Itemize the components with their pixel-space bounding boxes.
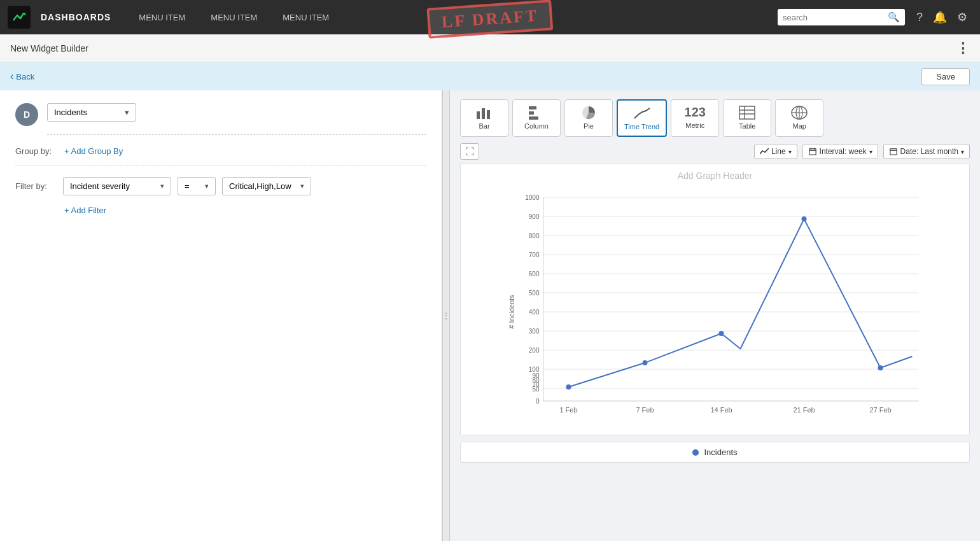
date-label: Date: Last month: [900, 147, 958, 156]
legend-dot: [692, 449, 699, 456]
search-icon: 🔍: [888, 11, 900, 23]
line-icon: [760, 148, 769, 155]
filter-values-value: Critical,High,Low: [229, 181, 291, 191]
svg-text:# Incidents: # Incidents: [508, 295, 515, 329]
filter-field-chevron-icon: ▾: [160, 182, 164, 190]
filter-values-select[interactable]: Critical,High,Low ▾: [222, 177, 311, 195]
svg-text:900: 900: [529, 213, 540, 220]
nav-menu-item-3[interactable]: MENU ITEM: [270, 0, 342, 34]
left-panel: D Incidents ▾ Group by: + Add Group By F…: [0, 90, 442, 541]
data-point-4: [802, 216, 807, 221]
line-dropdown[interactable]: Line ▾: [754, 144, 797, 159]
datasource-select[interactable]: Incidents ▾: [47, 103, 136, 122]
search-input[interactable]: [783, 13, 884, 22]
date-dropdown[interactable]: Date: Last month ▾: [883, 144, 970, 159]
data-point-5: [878, 365, 883, 370]
svg-text:400: 400: [529, 309, 540, 316]
top-nav: DASHBOARDS MENU ITEM MENU ITEM MENU ITEM…: [0, 0, 980, 34]
svg-text:7 Feb: 7 Feb: [636, 406, 654, 414]
back-button[interactable]: ‹ Back: [10, 71, 34, 82]
save-button[interactable]: Save: [921, 68, 970, 85]
more-options-icon[interactable]: ⋮: [956, 40, 970, 57]
svg-rect-3: [487, 110, 490, 119]
table-chart-icon: [738, 105, 756, 120]
chart-type-time-trend[interactable]: Time Trend: [617, 99, 667, 137]
time-trend-chart-icon: [633, 106, 651, 121]
back-arrow-icon: ‹: [10, 71, 13, 82]
chart-type-metric[interactable]: 123 Metric: [671, 99, 719, 137]
add-filter-row: + Add Filter: [64, 206, 426, 215]
svg-rect-2: [482, 108, 485, 119]
pie-label: Pie: [584, 122, 594, 130]
svg-text:500: 500: [529, 290, 540, 297]
chart-type-map[interactable]: Map: [775, 99, 823, 137]
chart-container: Add Graph Header # Incidents: [460, 164, 970, 435]
sub-header: New Widget Builder ⋮: [0, 34, 980, 62]
chart-line: [569, 219, 913, 387]
svg-text:300: 300: [529, 328, 540, 335]
nav-menu-item-1[interactable]: MENU ITEM: [126, 0, 198, 34]
resizer[interactable]: ⋮: [442, 90, 450, 541]
column-chart-icon: [528, 105, 545, 120]
map-label: Map: [793, 122, 806, 130]
draft-stamp: LF DRAFT: [426, 0, 553, 39]
interval-label: Interval: week: [820, 147, 867, 156]
right-panel: Bar Column Pie Time Trend 123 Metric Tab…: [450, 90, 980, 541]
bar-chart-icon: [475, 105, 493, 120]
filter-by-label: Filter by:: [15, 181, 57, 191]
svg-text:27 Feb: 27 Feb: [869, 406, 891, 414]
column-label: Column: [524, 122, 549, 130]
svg-text:1000: 1000: [525, 194, 540, 201]
bell-icon[interactable]: 🔔: [928, 10, 952, 24]
graph-header-placeholder[interactable]: Add Graph Header: [468, 171, 962, 181]
chart-type-column[interactable]: Column: [512, 99, 561, 137]
filter-field-value: Incident severity: [70, 181, 130, 191]
legend-bar: Incidents: [460, 442, 970, 463]
chart-toolbar: ⛶ Line ▾ Interval: week ▾ Date: Last mon…: [460, 143, 970, 160]
group-by-label: Group by:: [15, 146, 57, 156]
chart-type-pie[interactable]: Pie: [564, 99, 613, 137]
group-by-row: Group by: + Add Group By: [15, 146, 426, 165]
brand-label: DASHBOARDS: [41, 12, 111, 22]
help-icon[interactable]: ?: [911, 11, 928, 24]
svg-text:1 Feb: 1 Feb: [559, 406, 577, 414]
filter-operator-select[interactable]: = ▾: [178, 177, 216, 195]
chart-type-table[interactable]: Table: [723, 99, 771, 137]
add-filter-link[interactable]: + Add Filter: [64, 206, 106, 215]
bar-label: Bar: [479, 122, 489, 130]
line-label: Line: [771, 147, 786, 156]
filter-operator-value: =: [185, 181, 190, 191]
svg-rect-1: [477, 111, 480, 119]
interval-dropdown[interactable]: Interval: week ▾: [802, 144, 878, 159]
back-bar: ‹ Back Save: [0, 62, 980, 90]
calendar-icon: [808, 148, 817, 155]
nav-menu-item-2[interactable]: MENU ITEM: [198, 0, 270, 34]
filter-operator-chevron-icon: ▾: [205, 182, 209, 190]
add-group-by-link[interactable]: + Add Group By: [64, 146, 123, 156]
svg-rect-5: [529, 111, 534, 115]
svg-text:50: 50: [532, 386, 540, 393]
chart-type-bar[interactable]: Bar: [460, 99, 508, 137]
chart-type-selector: Bar Column Pie Time Trend 123 Metric Tab…: [460, 99, 970, 137]
data-point-1: [566, 384, 571, 390]
date-icon: [889, 148, 898, 155]
svg-text:21 Feb: 21 Feb: [793, 406, 815, 414]
legend-label: Incidents: [704, 447, 737, 457]
svg-text:700: 700: [529, 251, 540, 258]
avatar: D: [15, 103, 38, 126]
chart-svg: # Incidents 1000 9: [468, 185, 962, 426]
pie-chart-icon: [580, 105, 598, 120]
interval-chevron-icon: ▾: [869, 148, 872, 155]
svg-text:0: 0: [536, 398, 540, 405]
filter-values-chevron-icon: ▾: [300, 182, 304, 190]
expand-button[interactable]: ⛶: [460, 143, 479, 160]
filter-field-select[interactable]: Incident severity ▾: [63, 177, 171, 195]
svg-rect-20: [890, 149, 896, 155]
logo-icon: [12, 10, 26, 24]
data-point-2: [643, 360, 648, 365]
draft-stamp-wrap: LF DRAFT: [426, 0, 553, 39]
data-point-3: [719, 331, 724, 336]
settings-icon[interactable]: ⚙: [952, 10, 972, 24]
svg-rect-4: [529, 106, 536, 109]
map-chart-icon: [790, 105, 808, 120]
